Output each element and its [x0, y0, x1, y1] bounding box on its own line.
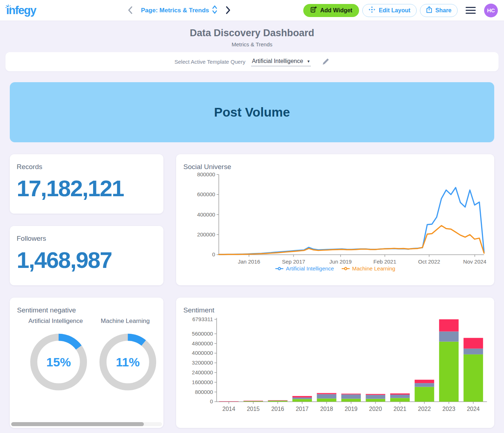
donut-row: 15% 11%	[17, 328, 156, 396]
page-title: Data Discovery Dashboard	[0, 28, 504, 39]
records-card: Records 17,182,121	[10, 154, 163, 214]
svg-text:5600000: 5600000	[192, 331, 213, 337]
svg-text:2019: 2019	[345, 406, 358, 412]
svg-text:2023: 2023	[442, 406, 455, 412]
page-subtitle: Metrics & Trends	[0, 41, 504, 47]
svg-text:0: 0	[212, 251, 215, 257]
svg-text:400000: 400000	[197, 211, 215, 218]
top-bar: infegy Page: Metrics & Trends	[0, 0, 504, 21]
followers-value: 1,468,987	[17, 247, 157, 273]
share-label: Share	[436, 7, 451, 14]
top-actions: Add Widget Edit Layout Share	[303, 4, 498, 17]
page-nav: Page: Metrics & Trends	[128, 0, 231, 21]
svg-text:3200000: 3200000	[192, 360, 213, 366]
horizontal-scrollbar	[11, 422, 162, 426]
chevron-down-icon: ▼	[307, 59, 311, 63]
svg-text:2014: 2014	[222, 406, 236, 412]
svg-text:Oct 2022: Oct 2022	[418, 258, 440, 265]
followers-card: Followers 1,468,987	[10, 226, 163, 285]
svg-text:2020: 2020	[369, 406, 382, 412]
sentiment-title: Sentiment	[183, 306, 487, 314]
svg-text:Feb 2021: Feb 2021	[374, 258, 396, 265]
records-value: 17,182,121	[17, 175, 157, 201]
svg-text:2021: 2021	[393, 406, 407, 412]
metric-cards: Records 17,182,121 Followers 1,468,987	[10, 154, 163, 285]
edit-query-button[interactable]	[322, 58, 329, 66]
sentiment-negative-card: Sentiment negative Artificial Intelligen…	[10, 298, 163, 428]
svg-text:2016: 2016	[271, 406, 284, 412]
donut-chart-ai: 15%	[30, 328, 87, 396]
svg-text:15%: 15%	[46, 355, 71, 369]
edit-layout-label: Edit Layout	[379, 7, 410, 14]
template-query-select[interactable]: Artificial Intelligence ▼	[251, 57, 311, 66]
prev-page-button[interactable]	[128, 6, 133, 16]
svg-text:800000: 800000	[197, 172, 215, 177]
svg-text:11%: 11%	[116, 355, 139, 369]
svg-text:Jun 2019: Jun 2019	[329, 258, 352, 265]
svg-text:4800000: 4800000	[192, 340, 213, 346]
svg-text:Jan 2016: Jan 2016	[238, 258, 260, 265]
records-label: Records	[17, 163, 157, 171]
social-universe-legend: Artificial IntelligenceMachine Learning	[183, 265, 487, 272]
svg-text:2022: 2022	[418, 406, 431, 412]
chevron-left-icon	[128, 6, 133, 16]
svg-text:2024: 2024	[467, 406, 480, 412]
next-page-button[interactable]	[225, 6, 231, 16]
svg-text:2018: 2018	[320, 406, 333, 412]
svg-text:800000: 800000	[195, 389, 213, 395]
social-universe-title: Social Universe	[183, 163, 487, 171]
svg-text:6793311: 6793311	[192, 316, 213, 322]
avatar[interactable]: HC	[484, 4, 498, 17]
pencil-icon	[322, 58, 329, 66]
scrollbar-thumb[interactable]	[11, 422, 144, 426]
sentiment-chart: 0800000160000024000003200000400000048000…	[183, 315, 487, 413]
chevron-right-icon	[225, 6, 231, 16]
add-widget-label: Add Widget	[320, 7, 353, 14]
donut-label-ai: Artificial Intelligence	[17, 318, 94, 325]
donut-label-ml: Machine Learning	[94, 318, 156, 325]
svg-text:2015: 2015	[247, 406, 260, 412]
template-query-label: Select Active Template Query	[175, 59, 246, 65]
social-universe-card: Social Universe 020000040000060000080000…	[176, 154, 494, 285]
post-volume-banner: Post Volume	[10, 82, 494, 142]
move-icon	[368, 6, 375, 14]
svg-text:600000: 600000	[197, 191, 215, 197]
social-universe-chart: 0200000400000600000800000Jan 2016Sep 201…	[183, 172, 487, 265]
followers-label: Followers	[17, 235, 157, 243]
share-icon	[426, 6, 432, 14]
legend-item[interactable]: Artificial Intelligence	[275, 265, 334, 272]
svg-text:Nov 2024: Nov 2024	[463, 258, 486, 265]
sentiment-card: Sentiment 080000016000002400000320000040…	[176, 298, 494, 428]
post-volume-text: Post Volume	[214, 105, 290, 119]
logo[interactable]: infegy	[6, 5, 36, 16]
svg-text:2017: 2017	[296, 406, 309, 412]
add-widget-button[interactable]: Add Widget	[303, 4, 359, 17]
title-block: Data Discovery Dashboard Metrics & Trend…	[0, 21, 504, 47]
page-selector[interactable]: Page: Metrics & Trends	[141, 5, 217, 16]
sentiment-negative-title: Sentiment negative	[17, 306, 156, 314]
svg-text:2400000: 2400000	[192, 369, 213, 375]
logo-bulb-icon	[5, 1, 12, 13]
menu-button[interactable]	[463, 5, 479, 16]
template-query-bar: Select Active Template Query Artificial …	[5, 52, 499, 71]
svg-text:Sep 2017: Sep 2017	[282, 258, 305, 265]
share-button[interactable]: Share	[420, 4, 458, 17]
page-sort-icon	[212, 5, 217, 16]
svg-text:1600000: 1600000	[192, 379, 213, 385]
donut-labels: Artificial Intelligence Machine Learning	[17, 318, 156, 325]
svg-text:0: 0	[210, 398, 213, 404]
svg-text:4000000: 4000000	[192, 350, 213, 356]
edit-layout-button[interactable]: Edit Layout	[362, 4, 416, 17]
donut-chart-ml: 11%	[99, 328, 157, 396]
page-selector-label: Page: Metrics & Trends	[141, 7, 209, 14]
svg-text:200000: 200000	[197, 231, 215, 237]
template-query-value: Artificial Intelligence	[252, 58, 303, 64]
dashboard-grid: Records 17,182,121 Followers 1,468,987 S…	[0, 142, 504, 428]
add-widget-icon	[310, 6, 317, 14]
legend-item[interactable]: Machine Learning	[341, 265, 395, 272]
